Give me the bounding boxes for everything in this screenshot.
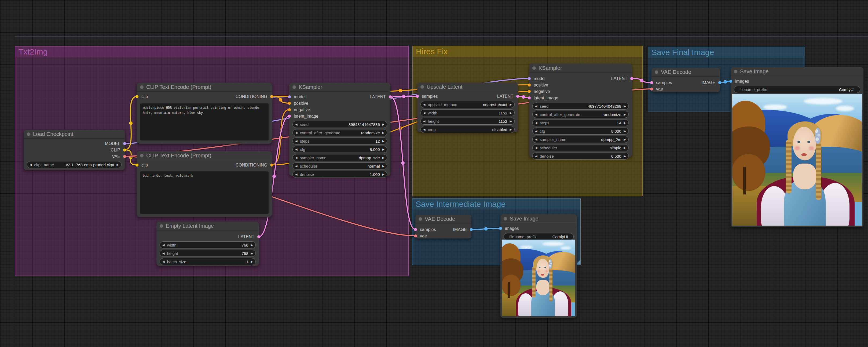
widget-cfg[interactable]: ◀cfg8.000▶ — [292, 146, 387, 153]
decrement-arrow-icon[interactable]: ◀ — [423, 119, 425, 123]
node-empty-latent-image[interactable]: Empty Latent ImageLATENT◀width768▶◀heigh… — [156, 222, 259, 266]
decrement-arrow-icon[interactable]: ◀ — [535, 129, 537, 133]
widget-scheduler[interactable]: ◀schedulernormal▶ — [292, 163, 387, 170]
increment-arrow-icon[interactable]: ▶ — [382, 123, 384, 126]
collapse-dot-icon[interactable] — [140, 85, 144, 89]
node-titlebar[interactable]: CLIP Text Encode (Prompt) — [137, 83, 272, 92]
input-port-samples[interactable] — [650, 81, 653, 84]
node-titlebar[interactable]: CLIP Text Encode (Prompt) — [137, 151, 272, 160]
node-ksampler-base[interactable]: KSamplermodelLATENTpositivenegativelaten… — [289, 83, 391, 176]
widget-height[interactable]: ◀height1152▶ — [421, 118, 515, 125]
widget-control_after_generate[interactable]: ◀control_after_generaterandomize▶ — [532, 111, 629, 118]
decrement-arrow-icon[interactable]: ◀ — [535, 154, 537, 158]
collapse-dot-icon[interactable] — [504, 217, 507, 221]
output-port-IMAGE[interactable] — [470, 228, 473, 231]
node-titlebar[interactable]: Save Image — [500, 214, 577, 223]
node-titlebar[interactable]: Upscale Latent — [417, 83, 518, 91]
increment-arrow-icon[interactable]: ▶ — [510, 119, 512, 123]
input-port-samples[interactable] — [416, 95, 419, 98]
decrement-arrow-icon[interactable]: ◀ — [295, 131, 297, 135]
widget-filename_prefix[interactable]: filename_prefixComfyUI — [734, 86, 860, 93]
collapse-dot-icon[interactable] — [160, 224, 163, 228]
widget-control_after_generate[interactable]: ◀control_after_generaterandomize▶ — [292, 129, 387, 136]
output-port-LATENT[interactable] — [516, 95, 519, 98]
collapse-dot-icon[interactable] — [140, 154, 144, 157]
increment-arrow-icon[interactable]: ▶ — [382, 139, 384, 143]
widget-ckpt_name[interactable]: ◀ckpt_namev2-1_768-ema-pruned.ckpt▶ — [27, 161, 122, 168]
node-titlebar[interactable]: Empty Latent Image — [156, 222, 259, 230]
increment-arrow-icon[interactable]: ▶ — [251, 260, 253, 263]
increment-arrow-icon[interactable]: ▶ — [624, 129, 626, 133]
node-titlebar[interactable]: KSampler — [289, 83, 391, 92]
collapse-dot-icon[interactable] — [421, 85, 424, 89]
node-titlebar[interactable]: Load Checkpoint — [24, 130, 125, 139]
input-port-positive[interactable] — [528, 84, 531, 86]
node-titlebar[interactable]: KSampler — [529, 64, 632, 73]
widget-denoise[interactable]: ◀denoise0.500▶ — [532, 152, 629, 160]
increment-arrow-icon[interactable]: ▶ — [117, 163, 119, 167]
widget-steps[interactable]: ◀steps12▶ — [292, 138, 387, 144]
widget-seed[interactable]: ◀seed469771404043268▶ — [532, 103, 629, 110]
decrement-arrow-icon[interactable]: ◀ — [295, 123, 297, 126]
widget-crop[interactable]: ◀cropdisabled▶ — [421, 126, 515, 133]
input-port-latent_image[interactable] — [288, 115, 291, 118]
widget-denoise[interactable]: ◀denoise1.000▶ — [292, 171, 387, 178]
increment-arrow-icon[interactable]: ▶ — [382, 131, 384, 135]
widget-batch_size[interactable]: ◀batch_size1▶ — [160, 258, 256, 265]
widget-width[interactable]: ◀width768▶ — [160, 241, 256, 249]
input-port-clip[interactable] — [135, 95, 138, 98]
input-port-latent_image[interactable] — [528, 96, 531, 99]
input-port-images[interactable] — [499, 227, 502, 230]
decrement-arrow-icon[interactable]: ◀ — [535, 113, 537, 116]
input-port-negative[interactable] — [288, 108, 291, 111]
node-clip-text-encode-positive[interactable]: CLIP Text Encode (Prompt)clipCONDITIONIN… — [137, 83, 272, 144]
increment-arrow-icon[interactable]: ▶ — [382, 164, 384, 168]
output-port-LATENT[interactable] — [257, 235, 260, 238]
input-port-vae[interactable] — [650, 88, 653, 90]
node-clip-text-encode-negative[interactable]: CLIP Text Encode (Prompt)clipCONDITIONIN… — [137, 151, 272, 217]
increment-arrow-icon[interactable]: ▶ — [382, 173, 384, 176]
output-port-IMAGE[interactable] — [718, 81, 721, 84]
decrement-arrow-icon[interactable]: ◀ — [423, 111, 425, 115]
node-load-checkpoint[interactable]: Load CheckpointMODELCLIPVAE◀ckpt_namev2-… — [24, 130, 125, 170]
increment-arrow-icon[interactable]: ▶ — [624, 105, 626, 108]
widget-scheduler[interactable]: ◀schedulersimple▶ — [532, 144, 629, 151]
node-save-image-intermediate[interactable]: Save Imageimagesfilename_prefixComfyUI — [500, 214, 577, 318]
increment-arrow-icon[interactable]: ▶ — [382, 148, 384, 151]
prompt-text-area[interactable]: masterpiece HDR victorian portrait paint… — [140, 104, 269, 141]
increment-arrow-icon[interactable]: ▶ — [382, 156, 384, 160]
collapse-dot-icon[interactable] — [418, 217, 422, 221]
node-titlebar[interactable]: VAE Decode — [415, 214, 471, 224]
decrement-arrow-icon[interactable]: ◀ — [162, 260, 164, 263]
input-port-images[interactable] — [729, 80, 732, 83]
collapse-dot-icon[interactable] — [734, 70, 737, 73]
decrement-arrow-icon[interactable]: ◀ — [535, 121, 537, 125]
output-port-VAE[interactable] — [123, 155, 126, 158]
output-port-LATENT[interactable] — [389, 95, 392, 98]
increment-arrow-icon[interactable]: ▶ — [624, 154, 626, 158]
output-port-CLIP[interactable] — [123, 148, 126, 151]
widget-upscale_method[interactable]: ◀upscale_methodnearest-exact▶ — [421, 101, 515, 108]
widget-width[interactable]: ◀width1152▶ — [421, 109, 515, 116]
input-port-samples[interactable] — [414, 228, 417, 231]
decrement-arrow-icon[interactable]: ◀ — [535, 146, 537, 150]
input-port-model[interactable] — [528, 77, 531, 80]
group-save-final-titlebar[interactable]: Save Final Image — [648, 47, 805, 58]
increment-arrow-icon[interactable]: ▶ — [624, 113, 626, 116]
input-port-negative[interactable] — [528, 90, 531, 93]
widget-seed[interactable]: ◀seed89848141647836▶ — [292, 121, 387, 128]
group-hires-fix-titlebar[interactable]: Hires Fix — [413, 46, 642, 57]
decrement-arrow-icon[interactable]: ◀ — [535, 105, 537, 108]
decrement-arrow-icon[interactable]: ◀ — [295, 139, 297, 143]
input-port-model[interactable] — [288, 95, 291, 98]
decrement-arrow-icon[interactable]: ◀ — [535, 138, 537, 141]
node-titlebar[interactable]: Save Image — [731, 67, 863, 76]
node-ksampler-hires[interactable]: KSamplermodelLATENTpositivenegativelaten… — [529, 64, 632, 157]
output-port-CONDITIONING[interactable] — [270, 164, 273, 167]
collapse-dot-icon[interactable] — [655, 70, 658, 74]
increment-arrow-icon[interactable]: ▶ — [624, 121, 626, 125]
decrement-arrow-icon[interactable]: ◀ — [295, 148, 297, 151]
widget-cfg[interactable]: ◀cfg8.000▶ — [532, 127, 629, 135]
node-vae-decode-final[interactable]: VAE DecodesamplesIMAGEvae — [651, 68, 720, 92]
output-port-LATENT[interactable] — [630, 77, 633, 80]
